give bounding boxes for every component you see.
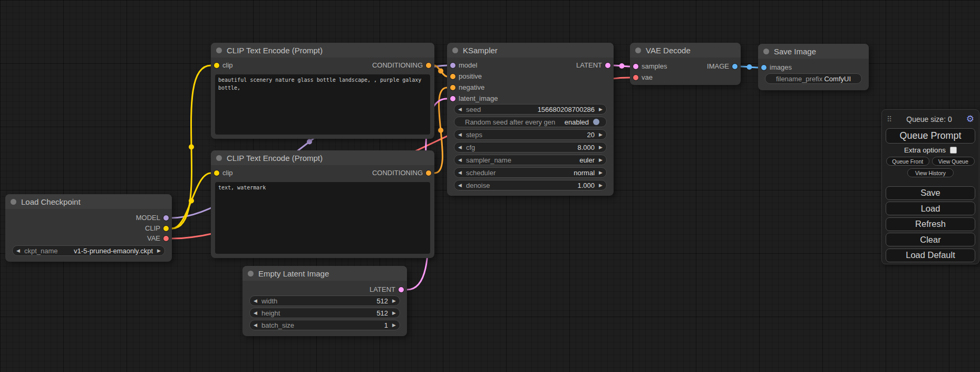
- view-history-button[interactable]: View History: [907, 168, 954, 177]
- node-title-label: Load Checkpoint: [21, 197, 81, 206]
- output-slot-latent[interactable]: [399, 287, 404, 292]
- widget-label: height: [261, 309, 376, 317]
- widget-scheduler[interactable]: ◀schedulernormal▶: [454, 167, 607, 178]
- output-slot-conditioning[interactable]: [426, 63, 431, 68]
- widget-sampler-name[interactable]: ◀sampler_nameeuler▶: [454, 155, 607, 165]
- queue-prompt-button[interactable]: Queue Prompt: [886, 128, 975, 144]
- increment-arrow-icon[interactable]: ▶: [599, 155, 603, 165]
- toggle-knob[interactable]: [593, 119, 599, 125]
- node-graph-canvas[interactable]: Load CheckpointMODELCLIPVAE◀ckpt_namev1-…: [0, 0, 980, 372]
- collapse-dot-icon[interactable]: [11, 199, 16, 205]
- collapse-dot-icon[interactable]: [763, 49, 769, 54]
- increment-arrow-icon[interactable]: ▶: [392, 320, 396, 330]
- widget-width[interactable]: ◀width512▶: [249, 295, 400, 306]
- output-slot-clip[interactable]: [163, 226, 169, 231]
- decrement-arrow-icon[interactable]: ◀: [254, 320, 257, 330]
- prompt-textarea[interactable]: beautiful scenery nature glass bottle la…: [215, 74, 430, 135]
- input-slot-images[interactable]: [761, 65, 766, 70]
- input-slot-negative[interactable]: [450, 85, 455, 90]
- decrement-arrow-icon[interactable]: ◀: [458, 142, 462, 152]
- node-load-checkpoint[interactable]: Load CheckpointMODELCLIPVAE◀ckpt_namev1-…: [5, 194, 172, 262]
- input-slot-label: clip: [222, 61, 233, 69]
- node-vae-decode[interactable]: VAE DecodesamplesvaeIMAGE: [630, 43, 741, 85]
- output-slot-model[interactable]: [163, 215, 169, 221]
- output-slot-conditioning[interactable]: [426, 170, 431, 176]
- collapse-dot-icon[interactable]: [635, 47, 641, 53]
- widget-label: sampler_name: [466, 156, 579, 164]
- node-clip-text-encode-1[interactable]: CLIP Text Encode (Prompt)clipCONDITIONIN…: [211, 43, 434, 139]
- output-slot-label: VAE: [147, 234, 160, 242]
- load-button[interactable]: Load: [886, 202, 975, 215]
- widget-cfg[interactable]: ◀cfg8.000▶: [454, 142, 607, 152]
- input-slot-label: latent_image: [459, 94, 498, 102]
- load-default-button[interactable]: Load Default: [886, 249, 975, 262]
- output-slot-image[interactable]: [732, 64, 738, 69]
- input-slot-clip[interactable]: [214, 170, 219, 176]
- spacer: [882, 178, 979, 184]
- node-title-bar: Empty Latent Image: [242, 266, 407, 281]
- widget-label: denoise: [466, 182, 578, 189]
- decrement-arrow-icon[interactable]: ◀: [458, 180, 462, 190]
- widget-random-seed-after-every-gen[interactable]: Random seed after every genenabled: [454, 117, 607, 127]
- increment-arrow-icon[interactable]: ▶: [599, 180, 603, 190]
- prompt-textarea[interactable]: text, watermark: [215, 182, 430, 254]
- increment-arrow-icon[interactable]: ▶: [599, 104, 603, 114]
- node-title-label: Save Image: [774, 47, 816, 56]
- drag-handle-icon[interactable]: ⠿: [887, 115, 892, 123]
- widget-value: 512: [376, 297, 388, 305]
- clear-button[interactable]: Clear: [886, 233, 975, 246]
- node-clip-text-encode-2[interactable]: CLIP Text Encode (Prompt)clipCONDITIONIN…: [211, 150, 434, 258]
- collapse-dot-icon[interactable]: [216, 47, 222, 53]
- widget-denoise[interactable]: ◀denoise1.000▶: [454, 180, 607, 190]
- node-title-bar: CLIP Text Encode (Prompt): [211, 150, 434, 165]
- widget-value: ComfyUI: [824, 75, 851, 83]
- view-queue-button[interactable]: View Queue: [932, 157, 975, 166]
- input-slot-model[interactable]: [450, 63, 455, 68]
- refresh-button[interactable]: Refresh: [886, 217, 975, 231]
- widget-height[interactable]: ◀height512▶: [249, 308, 400, 318]
- node-save-image[interactable]: Save Imageimagesfilename_prefixComfyUI: [758, 44, 869, 90]
- widget-label: steps: [466, 131, 587, 139]
- widget-ckpt-name[interactable]: ◀ckpt_namev1-5-pruned-emaonly.ckpt▶: [12, 245, 165, 256]
- increment-arrow-icon[interactable]: ▶: [599, 168, 603, 177]
- collapse-dot-icon[interactable]: [216, 155, 222, 161]
- increment-arrow-icon[interactable]: ▶: [392, 296, 396, 306]
- widget-batch-size[interactable]: ◀batch_size1▶: [249, 320, 400, 330]
- input-slot-clip[interactable]: [214, 63, 219, 68]
- decrement-arrow-icon[interactable]: ◀: [254, 296, 257, 306]
- collapse-dot-icon[interactable]: [248, 271, 254, 276]
- output-slot-latent[interactable]: [605, 63, 610, 68]
- view-history-row: View History: [886, 168, 975, 177]
- increment-arrow-icon[interactable]: ▶: [599, 130, 603, 139]
- node-empty-latent-image[interactable]: Empty Latent ImageLATENT◀width512▶◀heigh…: [242, 266, 407, 336]
- input-slot-vae[interactable]: [633, 75, 638, 80]
- output-slot-label: LATENT: [576, 61, 602, 69]
- decrement-arrow-icon[interactable]: ◀: [458, 104, 462, 114]
- decrement-arrow-icon[interactable]: ◀: [458, 168, 462, 177]
- widget-seed[interactable]: ◀seed156680208700286▶: [454, 104, 607, 115]
- input-slot-latent-image[interactable]: [450, 96, 455, 101]
- input-slot-samples[interactable]: [633, 64, 638, 69]
- decrement-arrow-icon[interactable]: ◀: [458, 155, 462, 165]
- decrement-arrow-icon[interactable]: ◀: [16, 246, 20, 255]
- increment-arrow-icon[interactable]: ▶: [157, 246, 161, 255]
- extra-options-checkbox[interactable]: [950, 147, 957, 154]
- collapse-dot-icon[interactable]: [452, 47, 458, 53]
- output-slot-vae[interactable]: [163, 236, 169, 241]
- output-slot-label: CONDITIONING: [372, 61, 423, 69]
- queue-front-button[interactable]: Queue Front: [886, 157, 929, 166]
- queue-small-buttons-row: Queue Front View Queue: [886, 157, 975, 166]
- decrement-arrow-icon[interactable]: ◀: [254, 308, 257, 318]
- settings-gear-icon[interactable]: ⚙: [966, 113, 974, 125]
- node-ksampler[interactable]: KSamplermodelpositivenegativelatent_imag…: [447, 43, 614, 196]
- widget-label: cfg: [466, 144, 578, 151]
- queue-panel-header: ⠿ Queue size: 0 ⚙: [882, 112, 979, 127]
- widget-filename-prefix[interactable]: filename_prefixComfyUI: [765, 73, 862, 84]
- save-button[interactable]: Save: [886, 186, 975, 200]
- decrement-arrow-icon[interactable]: ◀: [458, 130, 462, 139]
- input-slot-positive[interactable]: [450, 74, 455, 79]
- increment-arrow-icon[interactable]: ▶: [599, 142, 603, 152]
- widget-steps[interactable]: ◀steps20▶: [454, 129, 607, 140]
- increment-arrow-icon[interactable]: ▶: [392, 308, 396, 318]
- queue-menu-panel: ⠿ Queue size: 0 ⚙ Queue Prompt Extra opt…: [881, 109, 979, 264]
